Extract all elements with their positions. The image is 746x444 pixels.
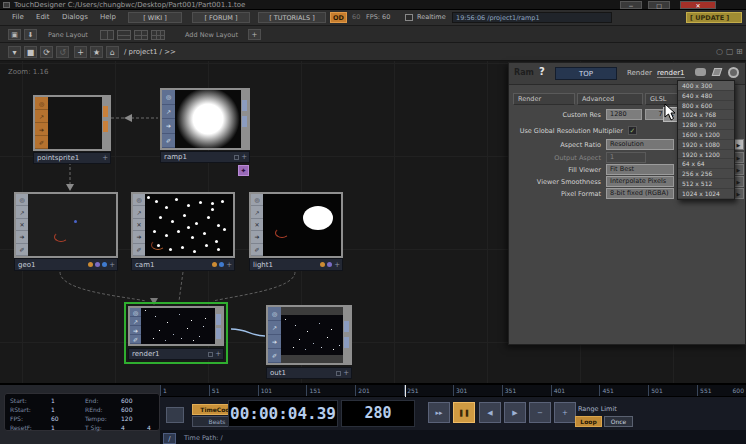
resetf-value[interactable]: 1 [51, 424, 55, 432]
comment-icon[interactable] [695, 68, 706, 76]
menu-item[interactable]: 256 x 256 [678, 169, 734, 179]
rstart-value[interactable]: 1 [51, 406, 55, 414]
pin-icon[interactable]: ✐ [133, 244, 145, 256]
flag-icon[interactable]: ↗ [130, 317, 141, 326]
viewer-icon[interactable]: ◎ [16, 194, 28, 206]
once-button[interactable]: Once [604, 416, 633, 427]
node-name-out1[interactable]: out1 + [266, 367, 352, 379]
frame-ruler[interactable]: 1 51 101 151 201 251 301 351 401 451 501… [160, 385, 746, 397]
expand-plus[interactable]: + [102, 153, 108, 163]
arrow-icon[interactable]: ➔ [251, 231, 263, 243]
expand-plus[interactable]: + [334, 260, 340, 270]
node-viewer[interactable] [281, 307, 343, 363]
layout-preset-3[interactable] [134, 30, 148, 40]
menu-item[interactable]: 1600 x 1200 [678, 130, 734, 140]
op-type-button[interactable]: TOP [555, 67, 617, 80]
layout-preset-4[interactable] [151, 30, 165, 40]
add-layout-button[interactable]: + [248, 29, 261, 40]
menu-item[interactable]: 1280 x 720 [678, 120, 734, 130]
menu-item[interactable]: 512 x 512 [678, 179, 734, 189]
output-connector[interactable] [103, 106, 108, 117]
render-flag-dot[interactable] [320, 262, 325, 267]
viewer-icon[interactable]: ◎ [268, 307, 281, 321]
pin-icon[interactable]: ✐ [268, 349, 281, 363]
res-width-field[interactable]: 1280 [606, 109, 642, 120]
close-icon[interactable]: ✕ [16, 219, 28, 231]
maximize-button[interactable]: □ [648, 1, 670, 9]
pin-icon[interactable]: ✐ [130, 335, 141, 344]
undo-icon[interactable]: ↺ [56, 46, 69, 58]
flag-icon[interactable]: ↗ [268, 321, 281, 335]
node-outputs[interactable] [241, 90, 248, 148]
chevron-down-icon[interactable]: ▾ [8, 46, 21, 58]
update-button[interactable]: [ UPDATE ] [686, 12, 742, 23]
tsig-b-value[interactable]: 4 [147, 424, 151, 432]
comment-box[interactable] [208, 352, 213, 357]
loop-button[interactable]: Loop [575, 416, 602, 427]
play-forward-button[interactable]: ▶ [504, 402, 526, 423]
node-name-pointsprite1[interactable]: pointsprite1 + [33, 152, 111, 164]
pane-square-icon[interactable]: ▢ [726, 47, 734, 56]
output-aspect-field[interactable]: 1 [606, 152, 646, 163]
pin-icon[interactable]: ✐ [162, 134, 175, 149]
node-flags[interactable]: ◎ ↗ ➔ ✐ [268, 307, 281, 363]
viewer-icon[interactable]: ◎ [133, 194, 145, 206]
menu-help[interactable]: Help [100, 13, 116, 21]
node-flags[interactable]: ◎ ↗ ➔ ✐ [130, 308, 141, 344]
node-geo1[interactable]: ◎ ↗ ✕ ➔ ✐ [14, 192, 118, 258]
step-forward-button[interactable]: + [554, 402, 576, 423]
settings-icon[interactable] [728, 67, 739, 78]
playhead[interactable] [405, 385, 406, 397]
tsig-a-value[interactable]: 4 [121, 424, 125, 432]
node-flags[interactable]: ◎ ↗ ✕ ➔ ✐ [251, 194, 263, 256]
viewer-icon[interactable]: ◎ [251, 194, 263, 206]
close-icon[interactable]: ✕ [133, 219, 145, 231]
close-icon[interactable]: ✕ [251, 219, 263, 231]
star-icon[interactable]: ★ [90, 46, 103, 58]
fill-viewer-combo[interactable]: Fit Best [606, 164, 674, 175]
arrow-icon[interactable]: ➔ [133, 231, 145, 243]
node-flags[interactable]: ◎ ↗ ➔ ✐ [35, 97, 48, 149]
menu-item[interactable]: 400 x 300 [678, 81, 734, 91]
tutorials-button[interactable]: [ TUTORIALS ] [258, 12, 326, 23]
time-path-button[interactable]: / [163, 433, 176, 444]
display-flag-dot[interactable] [327, 262, 332, 267]
node-cam1[interactable]: ◎ ↗ ✕ ➔ ✐ [131, 192, 235, 258]
comment-box[interactable] [336, 371, 341, 376]
arrow-icon[interactable]: ➔ [162, 119, 175, 134]
menu-item[interactable]: 1920 x 1080 [678, 140, 734, 150]
step-back-button[interactable]: − [529, 402, 551, 423]
timeline-collapse-button[interactable] [166, 407, 184, 423]
viewer-icon[interactable]: ◎ [35, 97, 48, 110]
node-render1[interactable]: ◎ ↗ ➔ ✐ [128, 306, 224, 346]
node-out1[interactable]: ◎ ↗ ➔ ✐ [266, 305, 352, 365]
layout-preset-1[interactable] [100, 30, 114, 40]
menu-item[interactable]: 1024 x 768 [678, 110, 734, 120]
stop-icon[interactable]: ■ [24, 46, 37, 58]
download-icon[interactable]: ⬇ [24, 29, 37, 40]
menu-file[interactable]: File [12, 13, 24, 21]
expand-plus[interactable]: + [241, 152, 247, 162]
node-ramp1[interactable]: ◎ ↗ ➔ ✐ [160, 88, 250, 150]
menu-item[interactable]: 800 x 600 [678, 101, 734, 111]
node-name-light1[interactable]: light1 + [249, 258, 343, 271]
node-pointsprite1[interactable]: ◎ ↗ ➔ ✐ [33, 95, 111, 151]
render-flag-dot[interactable] [88, 262, 93, 267]
expand-plus[interactable]: + [215, 349, 221, 359]
node-outputs[interactable] [102, 97, 109, 149]
start-value[interactable]: 1 [51, 397, 55, 405]
node-flags[interactable]: ◎ ↗ ✕ ➔ ✐ [16, 194, 28, 256]
pause-button[interactable]: ❚❚ [453, 402, 475, 423]
expand-plus[interactable]: + [226, 260, 232, 270]
node-outputs[interactable] [215, 308, 222, 344]
pin-icon[interactable]: ✐ [35, 136, 48, 149]
forum-button[interactable]: [ FORUM ] [192, 12, 250, 23]
skip-to-end-button[interactable]: ▸▸ [428, 402, 450, 423]
node-outputs[interactable] [343, 307, 350, 363]
arrow-icon[interactable]: ➔ [16, 231, 28, 243]
help-button[interactable]: ? [539, 66, 545, 77]
smoothness-combo[interactable]: Interpolate Pixels [606, 176, 674, 187]
multiplier-checkbox[interactable]: ✓ [628, 126, 637, 135]
node-name-cam1[interactable]: cam1 + [131, 258, 235, 271]
rend-value[interactable]: 600 [121, 406, 132, 414]
